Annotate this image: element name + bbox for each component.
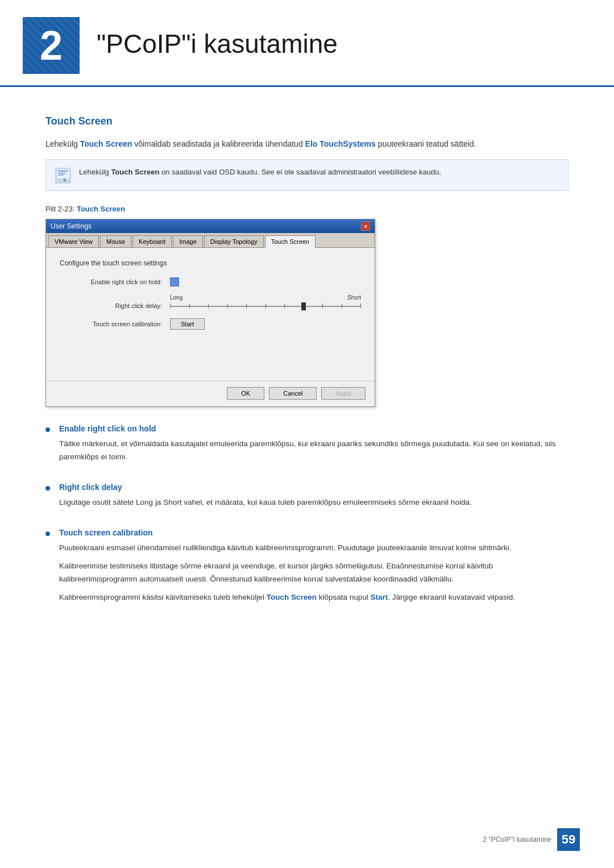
start-button[interactable]: Start xyxy=(170,318,205,330)
bullet-heading-3: Touch screen calibration xyxy=(59,528,569,537)
cancel-button[interactable]: Cancel xyxy=(269,387,317,400)
bullet-content-2: Right click delay Liigutage osutit sätet… xyxy=(59,483,569,514)
dialog-title: User Settings xyxy=(51,222,92,230)
bullet-body-1: Täitke märkeruut, et võimaldada kasutaja… xyxy=(59,438,569,463)
dialog-body: Configure the touch screen settings Enab… xyxy=(46,248,375,347)
calibration-label: Touch screen calibration: xyxy=(60,321,162,327)
bullet-content-3: Touch screen calibration Puuteekraani es… xyxy=(59,528,569,609)
inline-touch-screen: Touch Screen xyxy=(267,593,317,601)
slider-labels: Long Short xyxy=(170,294,361,301)
footer-chapter-label: 2 "PCoIP"i kasutamine xyxy=(483,836,551,844)
note-bold: Touch Screen xyxy=(111,168,159,176)
tab-mouse[interactable]: Mouse xyxy=(100,235,131,247)
dialog-tabs: VMware View Mouse Keyboard Image Display… xyxy=(46,233,375,248)
note-text: Lehekülg Touch Screen on saadaval vaid O… xyxy=(79,167,441,178)
figure-caption-bold: Touch Screen xyxy=(77,205,125,213)
dialog-section-title: Configure the touch screen settings xyxy=(60,259,361,267)
user-settings-dialog: User Settings ✕ VMware View Mouse Keyboa… xyxy=(45,219,375,407)
header-divider xyxy=(0,85,614,87)
slider-short-label: Short xyxy=(347,294,361,301)
bullet-dot-2 xyxy=(45,486,50,491)
bullet-heading-1: Enable right click on hold xyxy=(59,424,569,433)
note-icon xyxy=(55,168,71,184)
tick-9 xyxy=(322,304,323,308)
figure-caption: Pilt 2-23: Touch Screen xyxy=(45,205,569,213)
slider-line xyxy=(170,306,361,307)
svg-rect-4 xyxy=(58,175,64,176)
dialog-wrapper: User Settings ✕ VMware View Mouse Keyboa… xyxy=(45,219,569,407)
chapter-title: "PCoIP"i kasutamine xyxy=(97,17,338,59)
tick-11 xyxy=(360,304,361,308)
slider-track xyxy=(170,302,361,310)
tick-4 xyxy=(227,304,228,308)
svg-rect-3 xyxy=(58,173,66,174)
bullet-item-3: Touch screen calibration Puuteekraani es… xyxy=(45,528,569,609)
bullet-heading-2: Right click delay xyxy=(59,483,569,492)
intro-paragraph: Lehekülg Touch Screen võimaldab seadista… xyxy=(45,138,569,150)
tab-vmware-view[interactable]: VMware View xyxy=(48,235,99,247)
bullet-item-2: Right click delay Liigutage osutit sätet… xyxy=(45,483,569,514)
bullet-body-3c: Kalibreerimisprogrammi käsitsi käivitami… xyxy=(59,591,569,604)
tab-image[interactable]: Image xyxy=(173,235,203,247)
tick-6 xyxy=(265,304,266,308)
tab-keyboard[interactable]: Keyboard xyxy=(132,235,172,247)
chapter-number: 2 xyxy=(23,17,80,74)
right-click-label: Enable right click on hold: xyxy=(60,279,162,285)
bullet-dot-3 xyxy=(45,531,50,536)
slider-long-label: Long xyxy=(170,294,182,301)
delay-label: Right click delay: xyxy=(60,302,162,309)
tick-1 xyxy=(170,304,171,308)
tick-3 xyxy=(208,304,209,308)
inline-start: Start xyxy=(371,593,388,601)
bullet-section-2: Right click delay Liigutage osutit sätet… xyxy=(45,483,569,514)
bullet-body-3b: Kalibreerimise testimiseks libistage sõr… xyxy=(59,560,569,585)
intro-bold1: Touch Screen xyxy=(80,139,132,148)
tick-10 xyxy=(342,304,342,308)
tick-7 xyxy=(284,304,285,308)
chapter-header: 2 "PCoIP"i kasutamine xyxy=(0,0,614,85)
bullet-section-3: Touch screen calibration Puuteekraani es… xyxy=(45,528,569,609)
apply-button[interactable]: Apply xyxy=(321,387,366,400)
bullet-section-1: Enable right click on hold Täitke märker… xyxy=(45,424,569,469)
slider-ticks xyxy=(170,304,361,308)
bullet-body-3a: Puuteekraani esmasel ühendamisel nullkli… xyxy=(59,542,569,554)
right-click-row: Enable right click on hold: xyxy=(60,277,361,286)
page-footer: 2 "PCoIP"i kasutamine 59 xyxy=(483,828,580,851)
delay-row: Right click delay: Long Short xyxy=(60,294,361,310)
bullet-body-2: Liigutage osutit sätete Long ja Short va… xyxy=(59,496,569,509)
dialog-footer: OK Cancel Apply xyxy=(46,381,375,406)
dialog-titlebar: User Settings ✕ xyxy=(46,219,375,233)
right-click-checkbox[interactable] xyxy=(170,277,179,286)
ok-button[interactable]: OK xyxy=(227,387,264,400)
tab-touch-screen[interactable]: Touch Screen xyxy=(265,235,316,248)
intro-brand: Elo TouchSystems xyxy=(305,139,376,148)
bullet-item-1: Enable right click on hold Täitke märker… xyxy=(45,424,569,469)
tick-2 xyxy=(189,304,190,308)
svg-rect-2 xyxy=(58,171,68,172)
delay-slider-container: Long Short xyxy=(170,294,361,310)
bullet-content-1: Enable right click on hold Täitke märker… xyxy=(59,424,569,469)
tick-5 xyxy=(246,304,247,308)
slider-thumb[interactable] xyxy=(301,302,306,310)
tab-display-topology[interactable]: Display Topology xyxy=(204,235,264,247)
calibration-row: Touch screen calibration: Start xyxy=(60,318,361,330)
footer-page-number: 59 xyxy=(557,828,580,851)
section-heading: Touch Screen xyxy=(45,115,569,127)
note-box: Lehekülg Touch Screen on saadaval vaid O… xyxy=(45,159,569,191)
dialog-close-button[interactable]: ✕ xyxy=(361,222,370,231)
bullet-dot-1 xyxy=(45,427,50,432)
main-content: Touch Screen Lehekülg Touch Screen võima… xyxy=(0,93,614,657)
